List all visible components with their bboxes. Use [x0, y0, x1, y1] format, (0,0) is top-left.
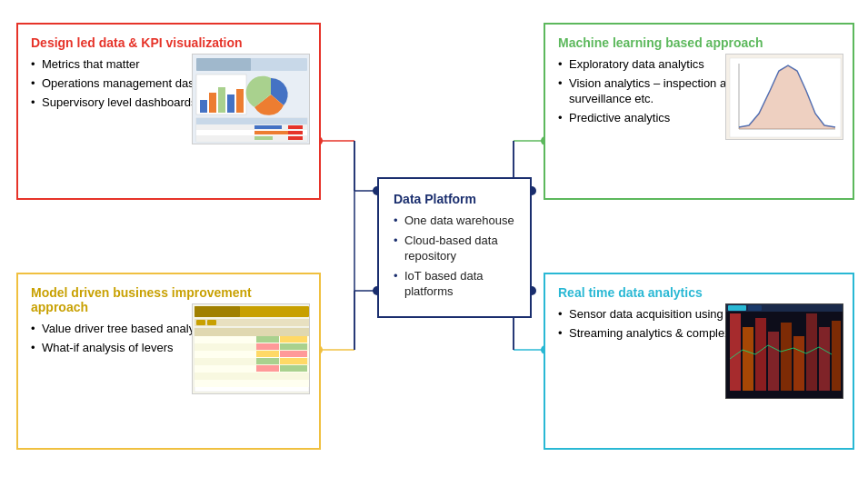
card-top-left-title: Design led data & KPI visualization — [31, 35, 306, 50]
center-box-list: One data warehouse Cloud-based data repo… — [394, 214, 515, 299]
card-top-left: Design led data & KPI visualization Metr… — [16, 23, 321, 200]
svg-rect-27 — [209, 93, 216, 113]
svg-rect-69 — [256, 358, 279, 364]
card-top-right: Machine learning based approach Explorat… — [544, 23, 854, 200]
svg-rect-78 — [781, 323, 792, 391]
svg-rect-76 — [755, 318, 766, 391]
svg-rect-28 — [218, 87, 225, 113]
svg-rect-67 — [256, 351, 279, 357]
svg-rect-62 — [195, 380, 309, 387]
svg-rect-84 — [728, 305, 746, 311]
analytics-thumb — [726, 55, 843, 140]
svg-rect-33 — [196, 118, 307, 124]
list-item: IoT based data platforms — [394, 269, 515, 300]
svg-rect-50 — [195, 306, 240, 317]
svg-rect-30 — [236, 89, 244, 113]
card-bottom-right: Real time data analytics Sensor data acq… — [544, 273, 854, 450]
svg-rect-61 — [195, 373, 309, 380]
svg-rect-75 — [743, 327, 753, 391]
svg-rect-64 — [280, 336, 307, 343]
svg-rect-77 — [768, 332, 779, 391]
center-box-title: Data Platform — [394, 192, 515, 206]
svg-rect-70 — [280, 358, 307, 364]
svg-rect-42 — [288, 136, 303, 140]
center-data-platform: Data Platform One data warehouse Cloud-b… — [377, 177, 532, 318]
svg-rect-68 — [280, 351, 307, 357]
svg-rect-80 — [806, 313, 817, 391]
card-bottom-left: Model driven business improvement approa… — [16, 273, 321, 450]
svg-rect-29 — [227, 94, 234, 113]
svg-rect-81 — [819, 327, 830, 391]
svg-rect-24 — [196, 58, 251, 71]
svg-rect-71 — [256, 365, 279, 372]
svg-rect-79 — [793, 336, 804, 391]
svg-rect-26 — [200, 100, 207, 113]
list-item: One data warehouse — [394, 214, 515, 229]
svg-rect-65 — [256, 343, 279, 350]
list-item: Cloud-based data repository — [394, 234, 515, 264]
svg-rect-37 — [254, 125, 282, 129]
svg-rect-53 — [207, 320, 216, 325]
svg-rect-66 — [280, 343, 307, 350]
model-thumb — [193, 304, 310, 394]
svg-rect-52 — [196, 320, 205, 325]
svg-rect-55 — [195, 328, 309, 336]
svg-rect-85 — [748, 305, 762, 311]
svg-rect-39 — [254, 136, 273, 140]
card-bottom-right-title: Real time data analytics — [558, 285, 840, 300]
svg-rect-40 — [288, 125, 303, 129]
iot-thumb — [726, 304, 843, 399]
svg-rect-63 — [256, 336, 279, 343]
dashboard-thumb-1 — [193, 55, 310, 144]
card-top-right-title: Machine learning based approach — [558, 35, 840, 50]
svg-rect-72 — [280, 365, 307, 372]
svg-rect-82 — [832, 321, 841, 391]
diagram-container: Design led data & KPI visualization Metr… — [0, 0, 868, 477]
svg-rect-41 — [288, 131, 303, 134]
